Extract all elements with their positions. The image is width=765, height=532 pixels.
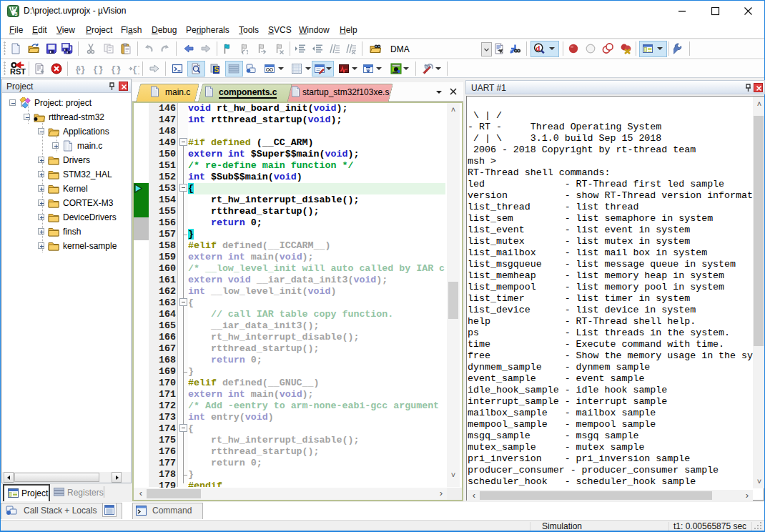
svg-text:{}: {} [132,65,139,75]
svg-text:S: S [214,66,219,74]
svg-text:d: d [536,44,540,52]
svg-text:5: 5 [14,11,17,17]
